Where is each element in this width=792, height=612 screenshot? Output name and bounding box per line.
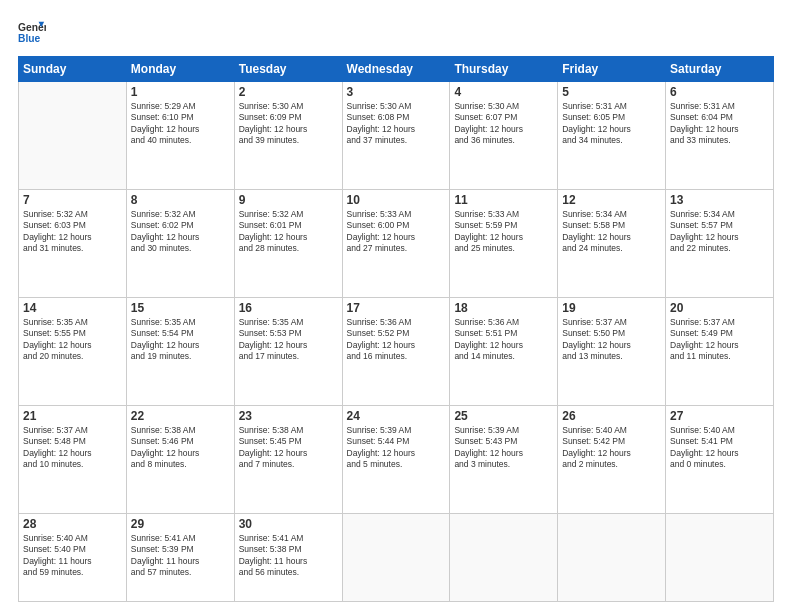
calendar-cell: 25Sunrise: 5:39 AM Sunset: 5:43 PM Dayli…	[450, 405, 558, 513]
calendar-cell	[342, 513, 450, 601]
calendar-cell: 22Sunrise: 5:38 AM Sunset: 5:46 PM Dayli…	[126, 405, 234, 513]
cell-info: Sunrise: 5:29 AM Sunset: 6:10 PM Dayligh…	[131, 101, 230, 147]
day-number: 18	[454, 301, 553, 315]
day-number: 1	[131, 85, 230, 99]
cell-info: Sunrise: 5:33 AM Sunset: 5:59 PM Dayligh…	[454, 209, 553, 255]
day-number: 5	[562, 85, 661, 99]
day-number: 7	[23, 193, 122, 207]
calendar-cell: 16Sunrise: 5:35 AM Sunset: 5:53 PM Dayli…	[234, 297, 342, 405]
cell-info: Sunrise: 5:32 AM Sunset: 6:02 PM Dayligh…	[131, 209, 230, 255]
weekday-saturday: Saturday	[666, 57, 774, 82]
day-number: 28	[23, 517, 122, 531]
cell-info: Sunrise: 5:30 AM Sunset: 6:09 PM Dayligh…	[239, 101, 338, 147]
calendar-cell: 7Sunrise: 5:32 AM Sunset: 6:03 PM Daylig…	[19, 189, 127, 297]
calendar-week-3: 14Sunrise: 5:35 AM Sunset: 5:55 PM Dayli…	[19, 297, 774, 405]
logo-icon: General Blue	[18, 18, 46, 46]
weekday-tuesday: Tuesday	[234, 57, 342, 82]
cell-info: Sunrise: 5:30 AM Sunset: 6:07 PM Dayligh…	[454, 101, 553, 147]
day-number: 19	[562, 301, 661, 315]
weekday-monday: Monday	[126, 57, 234, 82]
day-number: 14	[23, 301, 122, 315]
calendar-cell: 20Sunrise: 5:37 AM Sunset: 5:49 PM Dayli…	[666, 297, 774, 405]
cell-info: Sunrise: 5:40 AM Sunset: 5:42 PM Dayligh…	[562, 425, 661, 471]
calendar-cell: 12Sunrise: 5:34 AM Sunset: 5:58 PM Dayli…	[558, 189, 666, 297]
day-number: 21	[23, 409, 122, 423]
day-number: 16	[239, 301, 338, 315]
cell-info: Sunrise: 5:33 AM Sunset: 6:00 PM Dayligh…	[347, 209, 446, 255]
page-header: General Blue	[18, 18, 774, 46]
calendar-cell: 5Sunrise: 5:31 AM Sunset: 6:05 PM Daylig…	[558, 82, 666, 190]
cell-info: Sunrise: 5:41 AM Sunset: 5:39 PM Dayligh…	[131, 533, 230, 579]
day-number: 15	[131, 301, 230, 315]
calendar-cell: 6Sunrise: 5:31 AM Sunset: 6:04 PM Daylig…	[666, 82, 774, 190]
calendar-cell: 3Sunrise: 5:30 AM Sunset: 6:08 PM Daylig…	[342, 82, 450, 190]
cell-info: Sunrise: 5:37 AM Sunset: 5:48 PM Dayligh…	[23, 425, 122, 471]
day-number: 4	[454, 85, 553, 99]
cell-info: Sunrise: 5:32 AM Sunset: 6:03 PM Dayligh…	[23, 209, 122, 255]
calendar-cell: 2Sunrise: 5:30 AM Sunset: 6:09 PM Daylig…	[234, 82, 342, 190]
calendar-cell	[19, 82, 127, 190]
calendar-cell: 28Sunrise: 5:40 AM Sunset: 5:40 PM Dayli…	[19, 513, 127, 601]
day-number: 9	[239, 193, 338, 207]
calendar-cell: 8Sunrise: 5:32 AM Sunset: 6:02 PM Daylig…	[126, 189, 234, 297]
day-number: 12	[562, 193, 661, 207]
cell-info: Sunrise: 5:31 AM Sunset: 6:05 PM Dayligh…	[562, 101, 661, 147]
day-number: 25	[454, 409, 553, 423]
calendar-cell: 26Sunrise: 5:40 AM Sunset: 5:42 PM Dayli…	[558, 405, 666, 513]
calendar-cell: 21Sunrise: 5:37 AM Sunset: 5:48 PM Dayli…	[19, 405, 127, 513]
day-number: 23	[239, 409, 338, 423]
cell-info: Sunrise: 5:35 AM Sunset: 5:54 PM Dayligh…	[131, 317, 230, 363]
svg-text:Blue: Blue	[18, 33, 41, 44]
day-number: 6	[670, 85, 769, 99]
calendar-week-4: 21Sunrise: 5:37 AM Sunset: 5:48 PM Dayli…	[19, 405, 774, 513]
cell-info: Sunrise: 5:36 AM Sunset: 5:51 PM Dayligh…	[454, 317, 553, 363]
cell-info: Sunrise: 5:32 AM Sunset: 6:01 PM Dayligh…	[239, 209, 338, 255]
day-number: 17	[347, 301, 446, 315]
day-number: 11	[454, 193, 553, 207]
calendar-cell: 30Sunrise: 5:41 AM Sunset: 5:38 PM Dayli…	[234, 513, 342, 601]
cell-info: Sunrise: 5:31 AM Sunset: 6:04 PM Dayligh…	[670, 101, 769, 147]
cell-info: Sunrise: 5:40 AM Sunset: 5:40 PM Dayligh…	[23, 533, 122, 579]
cell-info: Sunrise: 5:34 AM Sunset: 5:58 PM Dayligh…	[562, 209, 661, 255]
calendar-week-5: 28Sunrise: 5:40 AM Sunset: 5:40 PM Dayli…	[19, 513, 774, 601]
calendar-cell	[450, 513, 558, 601]
cell-info: Sunrise: 5:40 AM Sunset: 5:41 PM Dayligh…	[670, 425, 769, 471]
calendar-cell: 27Sunrise: 5:40 AM Sunset: 5:41 PM Dayli…	[666, 405, 774, 513]
cell-info: Sunrise: 5:35 AM Sunset: 5:53 PM Dayligh…	[239, 317, 338, 363]
day-number: 13	[670, 193, 769, 207]
calendar-cell: 17Sunrise: 5:36 AM Sunset: 5:52 PM Dayli…	[342, 297, 450, 405]
calendar-cell: 9Sunrise: 5:32 AM Sunset: 6:01 PM Daylig…	[234, 189, 342, 297]
cell-info: Sunrise: 5:39 AM Sunset: 5:44 PM Dayligh…	[347, 425, 446, 471]
day-number: 29	[131, 517, 230, 531]
calendar-cell: 10Sunrise: 5:33 AM Sunset: 6:00 PM Dayli…	[342, 189, 450, 297]
day-number: 30	[239, 517, 338, 531]
calendar-cell: 1Sunrise: 5:29 AM Sunset: 6:10 PM Daylig…	[126, 82, 234, 190]
calendar-cell	[666, 513, 774, 601]
calendar-cell: 24Sunrise: 5:39 AM Sunset: 5:44 PM Dayli…	[342, 405, 450, 513]
weekday-wednesday: Wednesday	[342, 57, 450, 82]
day-number: 2	[239, 85, 338, 99]
calendar-table: SundayMondayTuesdayWednesdayThursdayFrid…	[18, 56, 774, 602]
cell-info: Sunrise: 5:30 AM Sunset: 6:08 PM Dayligh…	[347, 101, 446, 147]
calendar-cell: 13Sunrise: 5:34 AM Sunset: 5:57 PM Dayli…	[666, 189, 774, 297]
cell-info: Sunrise: 5:38 AM Sunset: 5:46 PM Dayligh…	[131, 425, 230, 471]
calendar-cell: 18Sunrise: 5:36 AM Sunset: 5:51 PM Dayli…	[450, 297, 558, 405]
day-number: 22	[131, 409, 230, 423]
cell-info: Sunrise: 5:34 AM Sunset: 5:57 PM Dayligh…	[670, 209, 769, 255]
weekday-header-row: SundayMondayTuesdayWednesdayThursdayFrid…	[19, 57, 774, 82]
calendar-cell	[558, 513, 666, 601]
calendar-week-1: 1Sunrise: 5:29 AM Sunset: 6:10 PM Daylig…	[19, 82, 774, 190]
day-number: 20	[670, 301, 769, 315]
cell-info: Sunrise: 5:35 AM Sunset: 5:55 PM Dayligh…	[23, 317, 122, 363]
calendar-cell: 29Sunrise: 5:41 AM Sunset: 5:39 PM Dayli…	[126, 513, 234, 601]
cell-info: Sunrise: 5:37 AM Sunset: 5:50 PM Dayligh…	[562, 317, 661, 363]
weekday-sunday: Sunday	[19, 57, 127, 82]
cell-info: Sunrise: 5:38 AM Sunset: 5:45 PM Dayligh…	[239, 425, 338, 471]
day-number: 26	[562, 409, 661, 423]
cell-info: Sunrise: 5:37 AM Sunset: 5:49 PM Dayligh…	[670, 317, 769, 363]
calendar-cell: 23Sunrise: 5:38 AM Sunset: 5:45 PM Dayli…	[234, 405, 342, 513]
cell-info: Sunrise: 5:39 AM Sunset: 5:43 PM Dayligh…	[454, 425, 553, 471]
calendar-cell: 15Sunrise: 5:35 AM Sunset: 5:54 PM Dayli…	[126, 297, 234, 405]
calendar-cell: 4Sunrise: 5:30 AM Sunset: 6:07 PM Daylig…	[450, 82, 558, 190]
day-number: 24	[347, 409, 446, 423]
